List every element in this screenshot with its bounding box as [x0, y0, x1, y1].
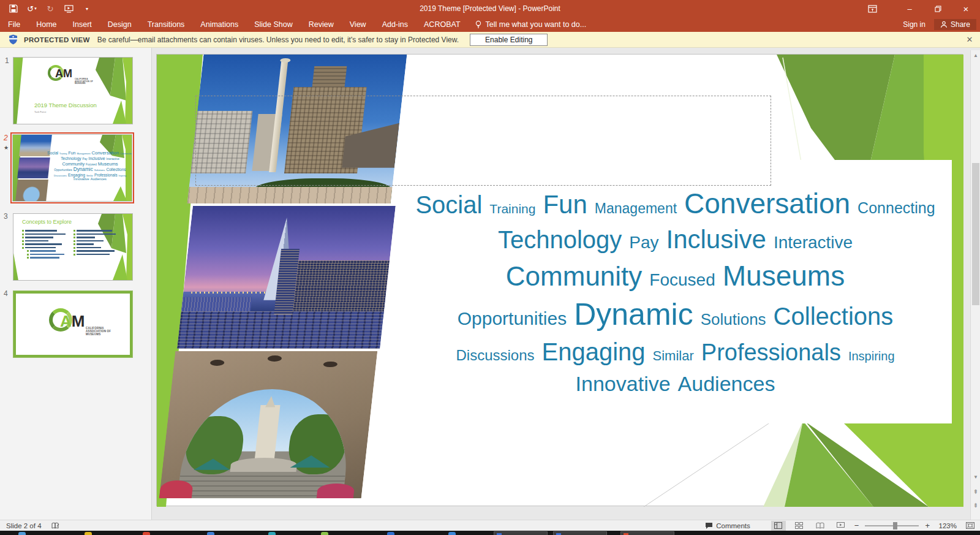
- fit-slide-to-window-button[interactable]: [963, 521, 978, 531]
- start-from-beginning-icon[interactable]: [64, 4, 74, 13]
- slide-thumbnail-3[interactable]: Concepts to Explore: [13, 213, 133, 281]
- slide-thumbnail-1[interactable]: AM CALIFORNIA ASSOCIATION OF MUSEUMS 201…: [13, 57, 133, 124]
- ribbon-tab-slide-show[interactable]: Slide Show: [246, 17, 301, 32]
- ribbon-display-options-icon[interactable]: [860, 0, 884, 17]
- zoom-slider[interactable]: [865, 525, 919, 526]
- zoom-out-button[interactable]: −: [854, 521, 859, 530]
- spell-check-icon[interactable]: [51, 522, 59, 529]
- wordcloud-word: Engaging: [68, 173, 85, 178]
- bullet-column-1: [22, 230, 70, 260]
- taskbar-open-window[interactable]: [553, 531, 607, 535]
- enable-editing-button[interactable]: Enable Editing: [470, 34, 548, 46]
- photo-sf-skyline[interactable]: [177, 206, 396, 349]
- vertical-scrollbar[interactable]: ▲ ▼ ⇞ ⇟: [970, 50, 980, 520]
- wordcloud-word: Technology: [498, 227, 622, 252]
- photo-arch-ferry-building[interactable]: [159, 351, 377, 498]
- slide-sorter-view-button[interactable]: [792, 521, 807, 531]
- save-icon[interactable]: [9, 4, 18, 13]
- workspace: 1 AM CALIFORNIA ASSOCIATION OF MUSEUMS 2…: [0, 48, 980, 520]
- taskbar-app-icon[interactable]: [321, 532, 328, 535]
- scroll-down-icon[interactable]: ▼: [971, 472, 980, 482]
- ribbon-tab-home[interactable]: Home: [28, 17, 64, 32]
- ribbon-tab-add-ins[interactable]: Add-ins: [374, 17, 416, 32]
- thumb1-title: 2019 Theme Discussion: [34, 102, 97, 108]
- normal-view-button[interactable]: [771, 521, 786, 531]
- tell-me-box[interactable]: Tell me what you want to do...: [469, 20, 587, 29]
- ribbon-tab-review[interactable]: Review: [301, 17, 342, 32]
- wordcloud-word: Fun: [543, 191, 587, 218]
- wordcloud-word: Solutions: [94, 169, 105, 172]
- taskbar-app-icon[interactable]: [387, 532, 394, 535]
- animation-star-icon: ★: [4, 145, 9, 151]
- taskbar-app-icon[interactable]: [85, 532, 92, 535]
- zoom-in-button[interactable]: +: [925, 521, 930, 530]
- wordcloud-textbox[interactable]: SocialTrainingFunManagementConversationC…: [399, 160, 952, 423]
- slide-thumbnail-4[interactable]: AM CALIFORNIA ASSOCIATION OF MUSEUMS: [13, 290, 133, 358]
- wordcloud-word: Conversation: [684, 189, 850, 218]
- wordcloud-word: Fun: [68, 151, 75, 155]
- tell-me-label: Tell me what you want to do...: [486, 20, 587, 29]
- ribbon-tab-insert[interactable]: Insert: [65, 17, 100, 32]
- slide-thumbnail-2-selected[interactable]: SocialTrainingFunManagementConversationC…: [10, 132, 134, 203]
- wordcloud-word: Discussions: [456, 347, 534, 363]
- protected-view-text: Be careful—email attachments can contain…: [97, 36, 459, 44]
- previous-slide-icon[interactable]: ⇞: [971, 487, 980, 496]
- wordcloud-word: Similar: [653, 349, 694, 363]
- reading-view-button[interactable]: [813, 521, 827, 531]
- thumb-number-4: 4: [4, 289, 8, 298]
- mini-wordcloud: SocialTrainingFunManagementConversationC…: [51, 151, 129, 181]
- slide-show-button[interactable]: [834, 521, 848, 531]
- ribbon-tab-view[interactable]: View: [342, 17, 374, 32]
- wordcloud-word: Community: [62, 162, 85, 167]
- ribbon-tab-design[interactable]: Design: [100, 17, 140, 32]
- wordcloud-word: Management: [595, 201, 677, 216]
- wordcloud-word: Audiences: [678, 373, 775, 395]
- thumb3-title: Concepts to Explore: [22, 219, 72, 225]
- redo-icon[interactable]: ↻: [45, 4, 55, 13]
- wordcloud-word: Audiences: [91, 178, 107, 181]
- scrollbar-thumb[interactable]: [972, 163, 979, 305]
- taskbar-app-icon[interactable]: [268, 532, 276, 535]
- minimize-button[interactable]: –: [895, 0, 924, 17]
- powerpoint-window: ↺▾ ↻ ▾ 2019 Theme [Protected View] - Pow…: [0, 0, 980, 535]
- title-placeholder[interactable]: [195, 96, 771, 186]
- comments-button[interactable]: Comments: [705, 522, 750, 529]
- taskbar-app-icon[interactable]: [18, 532, 26, 535]
- taskbar-app-icon[interactable]: [143, 532, 150, 535]
- wordcloud-line: SocialTrainingFunManagementConversationC…: [47, 151, 132, 156]
- deco: [13, 58, 31, 124]
- undo-icon[interactable]: ↺▾: [27, 4, 37, 13]
- message-bar-close-icon[interactable]: ✕: [964, 35, 975, 44]
- wordcloud-word: Dynamic: [74, 167, 93, 173]
- wordcloud-word: Museums: [723, 261, 845, 290]
- wordcloud-word: Social: [415, 192, 482, 218]
- green-deco: [94, 58, 132, 124]
- ribbon-tab-acrobat[interactable]: ACROBAT: [416, 17, 469, 32]
- thumb-number-1: 1: [5, 56, 9, 65]
- close-button[interactable]: ×: [952, 0, 980, 17]
- restore-button[interactable]: [924, 0, 952, 17]
- wordcloud-line: InnovativeAudiences: [576, 373, 775, 395]
- windows-taskbar[interactable]: [0, 531, 980, 535]
- taskbar-app-icon[interactable]: [207, 532, 214, 535]
- ribbon-tab-file[interactable]: File: [0, 17, 28, 32]
- share-button[interactable]: Share: [934, 19, 976, 30]
- taskbar-app-icon[interactable]: [448, 532, 456, 535]
- window-controls: – ×: [860, 0, 980, 17]
- ribbon-tab-animations[interactable]: Animations: [192, 17, 246, 32]
- protected-view-label: PROTECTED VIEW: [24, 36, 90, 44]
- zoom-slider-thumb[interactable]: [893, 522, 897, 529]
- wordcloud-word: Collections: [774, 303, 894, 329]
- sign-in-link[interactable]: Sign in: [897, 20, 932, 29]
- taskbar-open-window[interactable]: [494, 531, 548, 535]
- ribbon-tab-transitions[interactable]: Transitions: [140, 17, 193, 32]
- wordcloud-word: Conversation: [91, 151, 119, 156]
- taskbar-open-window[interactable]: [620, 531, 674, 535]
- wordcloud-word: Focused: [649, 271, 715, 289]
- wordcloud-word: Training: [489, 202, 535, 216]
- customize-qat-icon[interactable]: ▾: [82, 4, 92, 13]
- slide-canvas[interactable]: SocialTrainingFunManagementConversationC…: [156, 54, 963, 506]
- next-slide-icon[interactable]: ⇟: [971, 500, 980, 510]
- scroll-up-icon[interactable]: ▲: [971, 50, 980, 60]
- wordcloud-word: Professionals: [94, 173, 118, 178]
